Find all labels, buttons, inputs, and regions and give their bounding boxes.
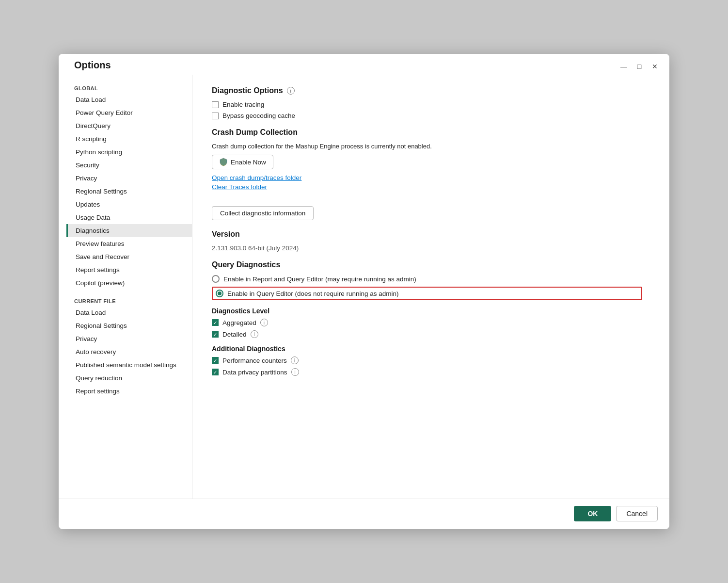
data-privacy-row: Data privacy partitions i (212, 368, 642, 376)
sidebar-item-report-settings[interactable]: Report settings (66, 263, 192, 276)
additional-diagnostics-title: Additional Diagnostics (212, 345, 642, 353)
window-controls: — □ ✕ (617, 60, 662, 73)
aggregated-checkbox[interactable] (212, 319, 219, 326)
query-diag-option2-label: Enable in Query Editor (does not require… (227, 290, 398, 297)
performance-counters-info-icon[interactable]: i (291, 356, 299, 364)
enable-tracing-label: Enable tracing (222, 101, 264, 108)
title-bar: Options — □ ✕ (59, 54, 669, 75)
open-crash-dump-link[interactable]: Open crash dump/traces folder (212, 174, 642, 181)
sidebar-item-preview-features[interactable]: Preview features (66, 237, 192, 250)
main-panel: Diagnostic Options i Enable tracing Bypa… (192, 75, 662, 499)
detailed-checkbox[interactable] (212, 331, 219, 338)
minimize-button[interactable]: — (617, 60, 631, 73)
shield-icon (219, 158, 228, 166)
bypass-geocoding-checkbox[interactable] (212, 113, 219, 119)
sidebar-item-cf-regional-settings[interactable]: Regional Settings (66, 319, 192, 332)
query-diag-option1-radio[interactable] (212, 275, 220, 283)
data-privacy-info-icon[interactable]: i (291, 368, 299, 376)
sidebar-item-security[interactable]: Security (66, 159, 192, 172)
sidebar-item-python-scripting[interactable]: Python scripting (66, 146, 192, 159)
version-title: Version (212, 230, 642, 239)
sidebar-item-directquery[interactable]: DirectQuery (66, 119, 192, 132)
aggregated-info-icon[interactable]: i (260, 319, 268, 326)
current-file-section-label: CURRENT FILE (66, 293, 192, 306)
detailed-label: Detailed (222, 331, 247, 338)
detailed-info-icon[interactable]: i (251, 330, 258, 338)
cancel-button[interactable]: Cancel (616, 506, 658, 521)
sidebar-item-cf-report-settings[interactable]: Report settings (66, 385, 192, 398)
crash-dump-title: Crash Dump Collection (212, 128, 642, 137)
sidebar-item-r-scripting[interactable]: R scripting (66, 132, 192, 146)
content-area: GLOBAL Data Load Power Query Editor Dire… (59, 75, 669, 499)
sidebar: GLOBAL Data Load Power Query Editor Dire… (66, 75, 192, 499)
enable-now-label: Enable Now (231, 159, 266, 166)
collect-diagnostic-button[interactable]: Collect diagnostic information (212, 206, 314, 220)
bypass-geocoding-label: Bypass geocoding cache (222, 112, 295, 119)
sidebar-item-updates[interactable]: Updates (66, 198, 192, 211)
sidebar-item-cf-published-semantic[interactable]: Published semantic model settings (66, 358, 192, 372)
sidebar-item-cf-auto-recovery[interactable]: Auto recovery (66, 345, 192, 358)
enable-tracing-row: Enable tracing (212, 101, 642, 108)
global-section-label: GLOBAL (66, 81, 192, 93)
data-privacy-checkbox[interactable] (212, 369, 219, 375)
sidebar-item-power-query-editor[interactable]: Power Query Editor (66, 106, 192, 119)
collect-diagnostic-label: Collect diagnostic information (220, 210, 305, 217)
clear-traces-link[interactable]: Clear Traces folder (212, 183, 642, 191)
version-value: 2.131.903.0 64-bit (July 2024) (212, 244, 642, 252)
data-privacy-label: Data privacy partitions (222, 369, 287, 376)
diagnostic-options-info-icon[interactable]: i (287, 87, 295, 95)
aggregated-row: Aggregated i (212, 319, 642, 326)
query-diag-option1-row: Enable in Report and Query Editor (may r… (212, 275, 642, 283)
sidebar-item-copilot-preview[interactable]: Copilot (preview) (66, 276, 192, 290)
close-button[interactable]: ✕ (648, 60, 662, 73)
enable-tracing-checkbox[interactable] (212, 101, 219, 108)
sidebar-item-diagnostics[interactable]: Diagnostics (66, 224, 192, 237)
maximize-button[interactable]: □ (633, 60, 646, 73)
sidebar-item-cf-query-reduction[interactable]: Query reduction (66, 372, 192, 385)
performance-counters-checkbox[interactable] (212, 357, 219, 364)
sidebar-item-save-and-recover[interactable]: Save and Recover (66, 250, 192, 263)
performance-counters-row: Performance counters i (212, 356, 642, 364)
query-diag-option1-label: Enable in Report and Query Editor (may r… (223, 275, 416, 283)
performance-counters-label: Performance counters (222, 357, 287, 364)
query-diagnostics-title: Query Diagnostics (212, 260, 642, 269)
options-window: Options — □ ✕ GLOBAL Data Load Power Que… (59, 54, 669, 529)
sidebar-item-privacy[interactable]: Privacy (66, 172, 192, 185)
sidebar-item-regional-settings[interactable]: Regional Settings (66, 185, 192, 198)
sidebar-item-cf-privacy[interactable]: Privacy (66, 332, 192, 345)
bypass-geocoding-row: Bypass geocoding cache (212, 112, 642, 119)
detailed-row: Detailed i (212, 330, 642, 338)
aggregated-label: Aggregated (222, 319, 256, 326)
sidebar-item-cf-data-load[interactable]: Data Load (66, 306, 192, 319)
enable-now-button[interactable]: Enable Now (212, 155, 273, 169)
footer: OK Cancel (59, 499, 669, 529)
sidebar-item-data-load[interactable]: Data Load (66, 93, 192, 106)
sidebar-item-usage-data[interactable]: Usage Data (66, 211, 192, 224)
query-diag-option2-row: Enable in Query Editor (does not require… (212, 287, 642, 300)
crash-dump-desc: Crash dump collection for the Mashup Eng… (212, 143, 642, 150)
ok-button[interactable]: OK (574, 506, 611, 521)
window-title: Options (74, 60, 662, 71)
diagnostics-level-title: Diagnostics Level (212, 307, 642, 315)
query-diag-option2-radio[interactable] (216, 290, 223, 297)
diagnostic-options-title: Diagnostic Options i (212, 86, 642, 95)
